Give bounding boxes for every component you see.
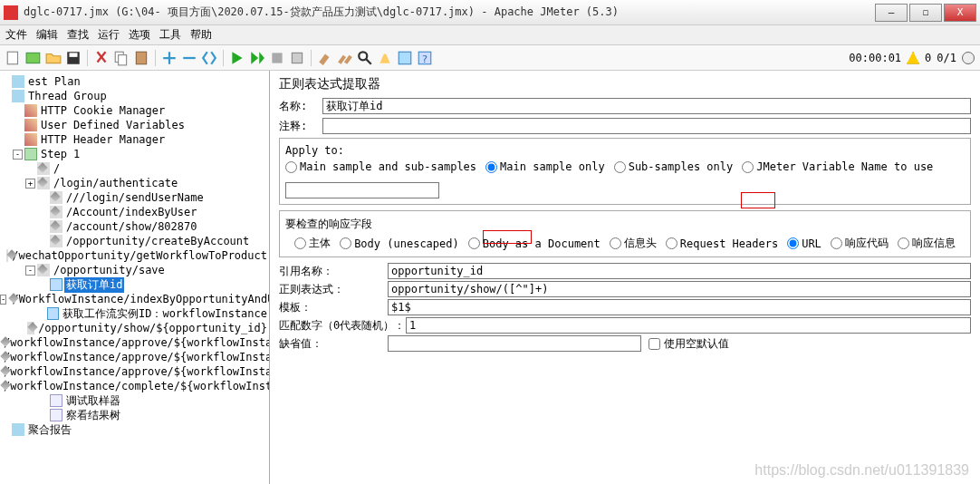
name-input[interactable] xyxy=(322,98,971,114)
tree-item[interactable]: /workflowInstance/approve/${workflowInst… xyxy=(0,350,269,364)
tree-item[interactable]: /opportunity/createByAccount xyxy=(0,234,269,248)
tree-item[interactable]: +/login/authenticate xyxy=(0,176,269,190)
field-radio[interactable] xyxy=(831,237,842,249)
field-option[interactable]: Body as a Document xyxy=(468,237,600,250)
menu-search[interactable]: 查找 xyxy=(67,27,89,43)
menu-tools[interactable]: 工具 xyxy=(159,27,181,43)
use-empty-default-label: 使用空默认值 xyxy=(664,336,729,352)
svg-rect-10 xyxy=(399,52,411,64)
apply-to-radio[interactable] xyxy=(285,161,297,173)
tree-item[interactable]: /Account/indexByUser xyxy=(0,205,269,219)
tree-item[interactable]: ///login/sendUserName xyxy=(0,190,269,205)
tree-item[interactable]: /workflowInstance/approve/${workflowInst… xyxy=(0,364,269,379)
tree-item[interactable]: /workflowInstance/complete/${workflowIns… xyxy=(0,379,269,393)
tree-toggle[interactable]: - xyxy=(25,266,35,276)
clear-icon[interactable] xyxy=(317,50,333,66)
field-option[interactable]: Body (unescaped) xyxy=(340,237,459,250)
field-option[interactable]: 信息头 xyxy=(610,236,657,251)
templates-icon[interactable] xyxy=(25,50,42,66)
menu-file[interactable]: 文件 xyxy=(5,27,27,43)
new-icon[interactable] xyxy=(5,50,22,66)
regex-input[interactable] xyxy=(388,281,971,297)
tree-item[interactable]: 获取工作流实例ID：workflowInstance xyxy=(0,306,269,321)
field-radio[interactable] xyxy=(340,237,351,249)
field-radio[interactable] xyxy=(787,237,799,249)
menu-options[interactable]: 选项 xyxy=(129,27,150,43)
field-option[interactable]: 主体 xyxy=(294,236,331,251)
open-icon[interactable] xyxy=(45,50,62,66)
tree-item[interactable]: HTTP Cookie Manager xyxy=(0,103,269,118)
tree-item[interactable]: -/opportunity/save xyxy=(0,263,269,277)
tree-node-icon xyxy=(37,177,50,189)
gear-icon[interactable] xyxy=(962,52,975,64)
menu-run[interactable]: 运行 xyxy=(98,27,120,43)
shutdown-icon[interactable] xyxy=(289,50,305,66)
warning-icon[interactable] xyxy=(907,52,919,64)
start-icon[interactable] xyxy=(229,50,245,66)
comment-input[interactable] xyxy=(322,118,971,134)
field-radio[interactable] xyxy=(610,237,621,249)
paste-icon[interactable] xyxy=(133,50,149,66)
menu-help[interactable]: 帮助 xyxy=(190,27,212,43)
apply-to-radio[interactable] xyxy=(742,161,754,173)
tree-item[interactable]: HTTP Header Manager xyxy=(0,132,269,147)
start-no-pause-icon[interactable] xyxy=(249,50,265,66)
tree-item[interactable]: / xyxy=(0,161,269,176)
tree-item[interactable]: Thread Group xyxy=(0,89,269,103)
field-radio[interactable] xyxy=(468,237,480,249)
apply-to-radio[interactable] xyxy=(485,161,497,173)
tree-item[interactable]: est Plan xyxy=(0,74,269,89)
save-icon[interactable] xyxy=(65,50,82,66)
apply-to-option[interactable]: Main sample only xyxy=(485,160,605,173)
tree-item[interactable]: User Defined Variables xyxy=(0,118,269,132)
apply-to-option[interactable]: Sub-samples only xyxy=(614,160,734,173)
apply-to-radio[interactable] xyxy=(614,161,626,173)
apply-to-option[interactable]: JMeter Variable Name to use xyxy=(742,160,933,173)
template-input[interactable] xyxy=(388,299,971,315)
field-radio[interactable] xyxy=(898,237,909,249)
tree-item[interactable]: /account/show/802870 xyxy=(0,219,269,234)
toggle-icon[interactable] xyxy=(201,50,217,66)
jmeter-var-input[interactable] xyxy=(285,182,439,198)
stop-icon[interactable] xyxy=(269,50,285,66)
tree-item[interactable]: 获取订单id xyxy=(0,277,269,292)
tree-item[interactable]: -/WorkflowInstance/indexByOpportunityAnd… xyxy=(0,292,269,306)
collapse-icon[interactable] xyxy=(181,50,197,66)
field-option[interactable]: 响应信息 xyxy=(898,236,956,251)
tree-node-label: 获取工作流实例ID：workflowInstance xyxy=(61,306,269,322)
field-option[interactable]: Request Headers xyxy=(666,237,778,250)
tree-toggle[interactable]: - xyxy=(0,295,6,305)
tree-node-icon xyxy=(24,133,37,146)
tree-item[interactable]: /wechatOpportunity/getWorkflowToProduct xyxy=(0,248,269,263)
use-empty-default-checkbox[interactable] xyxy=(649,338,660,350)
maximize-button[interactable]: ☐ xyxy=(909,4,942,22)
tree-item[interactable]: 调试取样器 xyxy=(0,393,269,408)
function-helper-icon[interactable] xyxy=(397,50,413,66)
clear-all-icon[interactable] xyxy=(337,50,353,66)
field-radio[interactable] xyxy=(294,237,306,249)
tree-item[interactable]: /workflowInstance/approve/${workflowInst… xyxy=(0,335,269,350)
tree-item[interactable]: /opportunity/show/${opportunity_id} xyxy=(0,321,269,335)
field-option[interactable]: 响应代码 xyxy=(831,236,889,251)
apply-to-option[interactable]: Main sample and sub-samples xyxy=(285,160,476,173)
cut-icon[interactable] xyxy=(93,50,110,66)
test-plan-tree[interactable]: est PlanThread GroupHTTP Cookie ManagerU… xyxy=(0,71,270,484)
copy-icon[interactable] xyxy=(113,50,130,66)
default-input[interactable] xyxy=(388,335,641,352)
reset-search-icon[interactable] xyxy=(377,50,393,66)
expand-icon[interactable] xyxy=(161,50,178,66)
field-radio[interactable] xyxy=(666,237,677,249)
tree-item[interactable]: 察看结果树 xyxy=(0,408,269,422)
tree-toggle[interactable]: - xyxy=(13,150,23,160)
tree-item[interactable]: 聚合报告 xyxy=(0,422,269,437)
tree-toggle[interactable]: + xyxy=(25,179,35,189)
match-no-input[interactable] xyxy=(406,317,971,334)
menu-edit[interactable]: 编辑 xyxy=(36,27,58,43)
ref-name-input[interactable] xyxy=(388,263,971,279)
minimize-button[interactable]: — xyxy=(875,4,908,22)
field-option[interactable]: URL xyxy=(787,237,821,250)
help-icon[interactable]: ? xyxy=(417,50,433,66)
close-button[interactable]: X xyxy=(944,4,976,22)
search-icon[interactable] xyxy=(357,50,373,66)
tree-item[interactable]: -Step 1 xyxy=(0,147,269,161)
